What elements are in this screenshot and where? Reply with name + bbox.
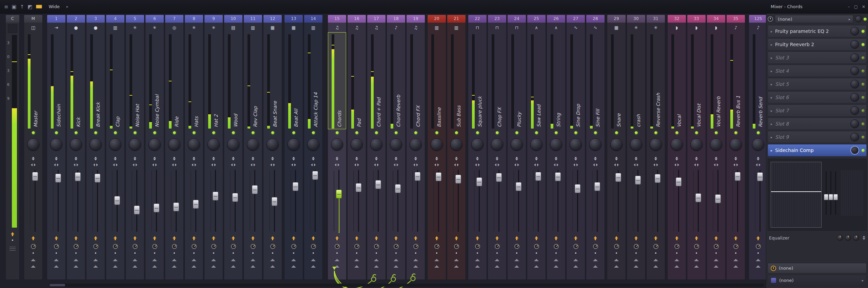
delay-dial-icon[interactable] [311, 244, 316, 249]
effect-slot[interactable]: ▸ Slot 7 [768, 104, 867, 117]
pan-knob[interactable] [671, 138, 683, 151]
delay-dial-icon[interactable] [573, 244, 578, 249]
effect-slot[interactable]: ▸ Slot 9 [768, 131, 867, 143]
stereo-width-control[interactable] [433, 164, 440, 166]
effect-slot[interactable]: ▸ Fruity parametric EQ 2 [768, 25, 867, 37]
route-up-arrow[interactable] [534, 256, 539, 261]
channel-number[interactable]: 7 [165, 15, 183, 23]
channel-number[interactable]: 9 [204, 15, 223, 23]
volume-fader[interactable] [263, 169, 282, 233]
effect-slot[interactable]: ▸ Slot 4 [768, 65, 867, 77]
delay-dial-icon[interactable] [614, 244, 619, 249]
send-arrow-icon[interactable] [114, 234, 117, 238]
channel-number[interactable]: M [24, 15, 42, 23]
volume-fader[interactable] [586, 169, 605, 233]
pan-knob[interactable] [70, 138, 82, 151]
stereo-width-control[interactable] [53, 164, 60, 166]
slot-mix-knob[interactable] [850, 133, 859, 141]
send-arrow-icon[interactable] [153, 234, 156, 238]
route-up-arrow[interactable] [634, 256, 638, 261]
pan-knob[interactable] [27, 138, 39, 151]
stereo-separation-control[interactable] [75, 155, 77, 162]
route-up-arrow[interactable] [374, 263, 379, 268]
channel-number[interactable]: 31 [647, 15, 665, 23]
route-up-arrow[interactable] [593, 263, 598, 268]
send-arrow-icon[interactable] [414, 234, 417, 238]
stereo-width-control[interactable] [533, 164, 540, 166]
channel-number[interactable]: 28 [586, 15, 605, 23]
pan-knob[interactable] [129, 138, 141, 151]
slot-mix-knob[interactable] [850, 119, 859, 128]
stereo-separation-control[interactable] [594, 155, 597, 162]
mixer-track[interactable]: 11 ▥ Rev Clap [243, 15, 262, 280]
fader-handle[interactable] [535, 172, 541, 181]
stereo-width-control[interactable] [230, 164, 237, 166]
pan-knob[interactable] [491, 138, 503, 151]
mute-led[interactable] [173, 131, 176, 134]
delay-dial-icon[interactable] [54, 244, 59, 249]
mixer-track[interactable]: 8 ✳ Hats [184, 15, 203, 280]
fader-handle[interactable] [476, 177, 482, 186]
mixer-track[interactable]: 29 ▦ Snare [607, 15, 626, 280]
channel-number[interactable]: 26 [547, 15, 565, 23]
route-up-arrow[interactable] [133, 263, 137, 268]
route-up-arrow[interactable] [495, 256, 499, 261]
send-arrow-icon[interactable] [734, 234, 737, 238]
pan-knob[interactable] [471, 138, 484, 151]
stereo-width-control[interactable] [269, 164, 276, 166]
stereo-width-control[interactable] [412, 164, 419, 166]
stereo-width-control[interactable] [572, 164, 579, 166]
volume-fader[interactable] [668, 169, 686, 233]
volume-fader[interactable] [387, 169, 405, 233]
pan-knob[interactable] [351, 138, 363, 151]
volume-fader[interactable] [547, 169, 565, 233]
route-up-arrow[interactable] [172, 256, 177, 261]
route-up-arrow[interactable] [495, 263, 499, 268]
channel-number[interactable]: 2 [67, 15, 85, 23]
stereo-width-control[interactable] [552, 164, 560, 166]
mute-led[interactable] [574, 131, 577, 134]
fader-handle[interactable] [173, 203, 179, 211]
mixer-track[interactable]: 30 ✳ crash [627, 15, 646, 280]
mute-led[interactable] [32, 131, 35, 134]
channel-number[interactable]: 20 [428, 15, 446, 23]
delay-dial-icon[interactable] [152, 244, 157, 249]
pan-knob[interactable] [550, 138, 562, 151]
slot-mix-knob[interactable] [850, 146, 859, 155]
route-up-arrow[interactable] [291, 256, 296, 261]
stereo-width-control[interactable] [353, 164, 360, 166]
mixer-horizontal-scrollbar[interactable] [49, 284, 764, 287]
mute-led[interactable] [757, 131, 760, 134]
stereo-separation-control[interactable] [455, 155, 458, 162]
route-up-arrow[interactable] [74, 256, 78, 261]
mute-led[interactable] [94, 131, 97, 134]
effect-slot[interactable]: ▸ Slot 3 [768, 52, 867, 64]
delay-dial-icon[interactable] [113, 244, 118, 249]
route-up-arrow[interactable] [634, 263, 638, 268]
send-arrow-icon[interactable] [594, 234, 597, 238]
volume-fader[interactable] [428, 169, 446, 233]
mute-led[interactable] [715, 131, 718, 134]
route-up-arrow[interactable] [394, 263, 398, 268]
volume-fader[interactable] [627, 169, 645, 233]
route-up-arrow[interactable] [31, 263, 36, 268]
pan-knob[interactable] [370, 138, 382, 151]
slot-enable-led[interactable] [862, 70, 865, 73]
route-up-arrow[interactable] [733, 263, 738, 268]
channel-number[interactable]: 23 [488, 15, 506, 23]
mixer-track[interactable]: 28 ∿ Sine Fill [586, 15, 605, 280]
mixer-track[interactable]: 34 ◗ Vocal Reverb [707, 15, 726, 280]
mixer-track[interactable]: 13 ▦ Beat All [284, 15, 303, 280]
mixer-track[interactable]: 22 ⊓ Square pluck [468, 15, 487, 280]
volume-fader[interactable] [707, 169, 725, 233]
route-up-arrow[interactable] [653, 263, 658, 268]
delay-dial-icon[interactable] [335, 244, 340, 249]
mute-led[interactable] [455, 131, 458, 134]
channel-number[interactable]: 5 [126, 15, 144, 23]
mixer-track[interactable]: 27 ∿ Sine Drop [566, 15, 585, 280]
volume-fader[interactable] [244, 169, 262, 233]
delay-dial-icon[interactable] [231, 244, 236, 249]
channel-number[interactable]: 15 [328, 15, 346, 23]
channel-number[interactable]: 27 [567, 15, 585, 23]
send-arrow-icon[interactable] [756, 234, 760, 238]
